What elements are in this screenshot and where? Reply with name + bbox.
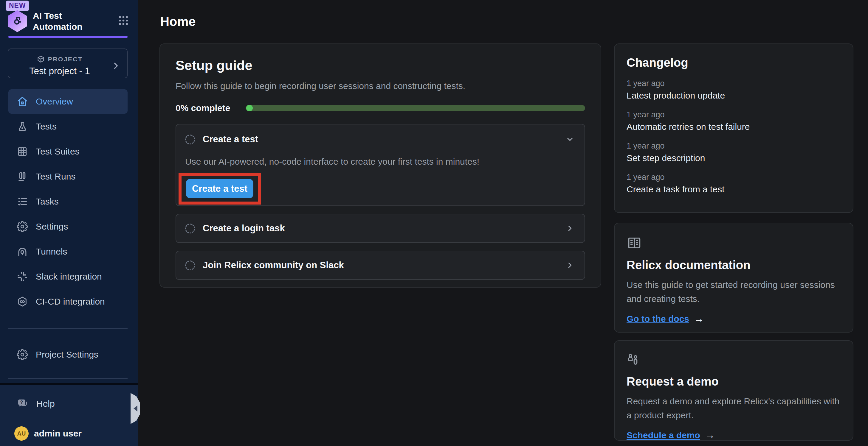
project-selector[interactable]: PROJECT Test project - 1 <box>8 48 128 78</box>
setup-guide-title: Setup guide <box>176 58 585 73</box>
step-title: Create a login task <box>203 223 285 234</box>
setup-guide-subtitle: Follow this guide to begin recording use… <box>176 81 585 91</box>
incomplete-step-icon <box>185 261 195 270</box>
documentation-icon <box>626 235 642 251</box>
setup-step-create-login-task[interactable]: Create a login task <box>176 214 585 243</box>
setup-step-join-slack[interactable]: Join Relicx community on Slack <box>176 251 585 280</box>
grid-icon <box>17 146 28 157</box>
sidebar-item-overview[interactable]: Overview <box>8 89 128 114</box>
gear-icon <box>17 349 28 360</box>
demo-card: Request a demo Request a demo and explor… <box>614 340 854 441</box>
entry-title: Set step description <box>626 153 841 163</box>
chevron-right-icon <box>111 61 121 71</box>
sidebar-collapse-handle[interactable] <box>130 393 140 424</box>
arrow-right-icon: → <box>705 429 715 441</box>
apps-grid-icon[interactable] <box>118 14 129 28</box>
sidebar-item-label: Test Runs <box>36 171 75 182</box>
user-menu[interactable]: AU admin user <box>14 426 82 441</box>
cicd-hexagon-icon <box>17 296 28 307</box>
help-chat-icon: ? <box>17 398 29 410</box>
app-title: AI Test Automation <box>33 10 101 32</box>
sidebar-item-tasks[interactable]: Tasks <box>8 190 128 214</box>
demo-description: Request a demo and explore Relicx's capa… <box>626 394 841 422</box>
chevron-right-icon <box>565 261 575 270</box>
chevron-right-icon <box>565 224 575 233</box>
sidebar-nav: Overview Tests Test Suites Test Runs <box>8 89 128 367</box>
changelog-title: Changelog <box>626 56 841 69</box>
create-test-button[interactable]: Create a test <box>186 179 253 198</box>
app-logo <box>8 10 27 32</box>
sidebar: NEW AI Test Automation <box>0 0 138 446</box>
sidebar-item-cicd-integration[interactable]: CI-CD integration <box>8 289 128 314</box>
task-list-icon <box>17 196 28 207</box>
page-title: Home <box>160 14 195 29</box>
sidebar-footer: ? Help AU admin user <box>0 383 138 446</box>
sidebar-item-tests[interactable]: Tests <box>8 114 128 139</box>
sidebar-item-label: Project Settings <box>36 349 98 359</box>
accent-divider <box>8 36 128 38</box>
changelog-entry: 1 year ago Automatic retries on test fai… <box>626 110 841 132</box>
changelog-entry: 1 year ago Latest production update <box>626 79 841 101</box>
help-label: Help <box>36 399 55 409</box>
setup-progress: 0% complete <box>176 103 585 113</box>
project-cube-icon <box>37 55 45 63</box>
sidebar-item-label: Settings <box>36 221 68 232</box>
sidebar-item-tunnels[interactable]: Tunnels <box>8 239 128 264</box>
test-runs-icon <box>17 171 28 182</box>
project-name: Test project - 1 <box>29 66 90 76</box>
progress-dot <box>246 105 253 111</box>
entry-title: Latest production update <box>626 91 841 101</box>
tunnel-icon <box>17 246 28 257</box>
sidebar-item-label: Overview <box>36 97 73 107</box>
incomplete-step-icon <box>185 135 195 144</box>
changelog-entry: 1 year ago Set step description <box>626 141 841 163</box>
chevron-down-icon <box>565 135 575 144</box>
user-name: admin user <box>34 428 82 439</box>
docs-title: Relicx documentation <box>626 259 841 272</box>
robot-arm-icon <box>11 15 23 27</box>
setup-guide-card: Setup guide Follow this guide to begin r… <box>159 43 601 287</box>
svg-text:?: ? <box>20 400 23 405</box>
step-description: Use our AI-powered, no-code interface to… <box>185 157 576 167</box>
changelog-card: Changelog 1 year ago Latest production u… <box>614 43 854 213</box>
sidebar-item-label: Test Suites <box>36 146 80 157</box>
step-title: Create a test <box>203 134 258 145</box>
changelog-entry: 1 year ago Create a task from a test <box>626 173 841 195</box>
entry-time: 1 year ago <box>626 79 841 88</box>
entry-time: 1 year ago <box>626 110 841 119</box>
docs-card: Relicx documentation Use this guide to g… <box>614 223 854 333</box>
sidebar-item-project-settings[interactable]: Project Settings <box>8 342 128 367</box>
progress-label: 0% complete <box>176 103 230 113</box>
incomplete-step-icon <box>185 224 195 233</box>
entry-time: 1 year ago <box>626 141 841 151</box>
entry-title: Automatic retries on test failure <box>626 122 841 132</box>
demo-title: Request a demo <box>626 375 841 388</box>
step-title: Join Relicx community on Slack <box>203 260 344 271</box>
sidebar-item-label: Tasks <box>36 197 59 207</box>
sidebar-item-slack-integration[interactable]: Slack integration <box>8 264 128 289</box>
setup-step-create-test: Create a test Use our AI-powered, no-cod… <box>176 124 585 206</box>
help-button[interactable]: ? Help <box>17 398 55 410</box>
home-icon <box>17 96 28 107</box>
schedule-demo-link[interactable]: Schedule a demo <box>626 430 700 440</box>
arrow-right-icon: → <box>694 313 704 324</box>
new-badge: NEW <box>6 1 29 11</box>
annotation-box: Create a test <box>179 173 261 205</box>
sidebar-item-settings[interactable]: Settings <box>8 214 128 239</box>
sidebar-item-label: Tests <box>36 122 57 132</box>
entry-time: 1 year ago <box>626 173 841 182</box>
sidebar-item-test-suites[interactable]: Test Suites <box>8 139 128 164</box>
sidebar-item-label: Tunnels <box>36 246 67 256</box>
setup-step-header[interactable]: Create a test <box>176 125 585 154</box>
sidebar-item-label: CI-CD integration <box>36 297 105 307</box>
sidebar-item-test-runs[interactable]: Test Runs <box>8 164 128 189</box>
sidebar-divider <box>8 328 128 329</box>
project-label: PROJECT <box>48 56 83 63</box>
docs-description: Use this guide to get started recording … <box>626 278 841 306</box>
avatar: AU <box>14 426 29 441</box>
entry-title: Create a task from a test <box>626 184 841 195</box>
go-to-docs-link[interactable]: Go to the docs <box>626 314 689 324</box>
sidebar-item-label: Slack integration <box>36 272 102 282</box>
gear-icon <box>17 221 28 232</box>
progress-bar <box>246 105 585 111</box>
